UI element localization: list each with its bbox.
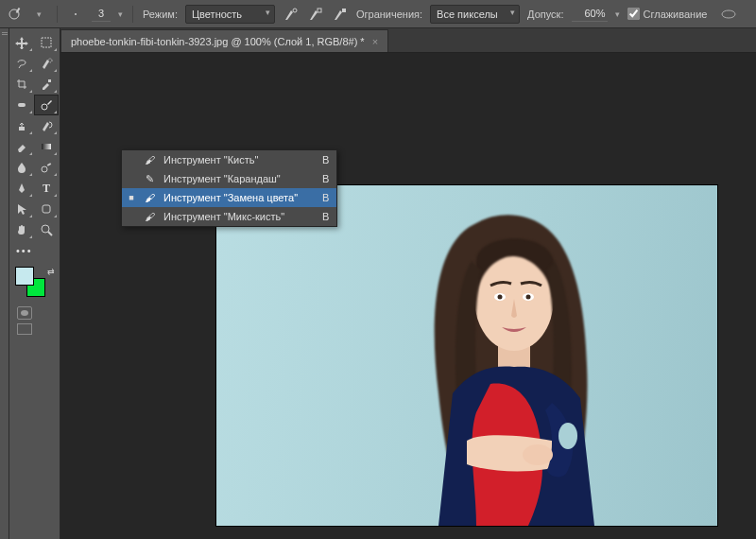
- antialias-label: Сглаживание: [644, 9, 708, 20]
- svg-point-3: [293, 9, 297, 12]
- svg-point-17: [42, 225, 49, 233]
- crop-tool[interactable]: [9, 74, 34, 95]
- sampling-swatch-icon[interactable]: [332, 6, 349, 23]
- limits-label: Ограничения:: [356, 9, 422, 20]
- svg-point-25: [558, 423, 577, 449]
- screen-mode-toggle[interactable]: [17, 323, 32, 335]
- brush-tool-flyout: 🖌 Инструмент "Кисть" B ✎ Инструмент "Кар…: [121, 149, 337, 227]
- svg-rect-13: [42, 144, 51, 149]
- svg-rect-12: [19, 127, 25, 130]
- history-brush-tool[interactable]: [34, 115, 59, 136]
- eraser-tool[interactable]: [9, 136, 34, 157]
- antialias-input[interactable]: [627, 8, 640, 20]
- chevron-down-icon[interactable]: ▾: [615, 9, 620, 19]
- flyout-item-key: B: [305, 173, 329, 184]
- more-tools[interactable]: •••: [9, 240, 59, 261]
- document-tab-bar: phoebe-tonkin-fibi-tonkin-3923.jpg @ 100…: [60, 28, 756, 53]
- flyout-item-key: B: [305, 211, 329, 222]
- pressure-size-icon[interactable]: [720, 6, 737, 23]
- svg-rect-9: [48, 79, 51, 82]
- document-area: phoebe-tonkin-fibi-tonkin-3923.jpg @ 100…: [60, 28, 756, 539]
- svg-point-22: [498, 295, 503, 300]
- svg-point-8: [48, 59, 52, 62]
- sampling-continuous-icon[interactable]: [283, 6, 300, 23]
- svg-rect-4: [318, 9, 321, 12]
- options-bar: ▾ ▾ Режим: Цветность Ограничения: Все пи…: [0, 0, 756, 28]
- pen-tool[interactable]: [9, 178, 34, 199]
- brush-icon: 🖌: [143, 154, 156, 165]
- marquee-tool[interactable]: [34, 32, 59, 53]
- svg-rect-16: [43, 205, 50, 213]
- svg-point-26: [523, 444, 553, 465]
- flyout-item-brush[interactable]: 🖌 Инструмент "Кисть" B: [122, 150, 336, 169]
- shape-tool[interactable]: [34, 199, 59, 219]
- document-tab-title: phoebe-tonkin-fibi-tonkin-3923.jpg @ 100…: [71, 36, 365, 47]
- quick-select-tool[interactable]: [34, 53, 59, 74]
- mixer-brush-icon: 🖌: [143, 211, 156, 222]
- active-marker: ■: [128, 193, 135, 202]
- color-swatches[interactable]: [15, 267, 49, 301]
- chevron-down-icon[interactable]: ▾: [118, 9, 123, 19]
- hand-tool[interactable]: [9, 219, 34, 240]
- close-tab-icon[interactable]: ×: [372, 36, 378, 47]
- flyout-item-mixer-brush[interactable]: 🖌 Инструмент "Микс-кисть" B: [122, 207, 336, 226]
- svg-rect-15: [47, 163, 51, 166]
- foreground-color-swatch[interactable]: [15, 267, 34, 286]
- lasso-tool[interactable]: [9, 53, 34, 74]
- chevron-down-icon[interactable]: ▾: [30, 6, 47, 23]
- svg-point-6: [722, 10, 735, 18]
- flyout-item-key: B: [305, 192, 329, 203]
- canvas[interactable]: [216, 185, 717, 526]
- canvas-image: [387, 204, 642, 526]
- gradient-tool[interactable]: [34, 136, 59, 157]
- flyout-item-color-replace[interactable]: ■ 🖌 Инструмент "Замена цвета" B: [122, 188, 336, 207]
- brush-size-input[interactable]: [92, 7, 111, 22]
- blur-tool[interactable]: [9, 157, 34, 178]
- svg-line-18: [48, 232, 52, 235]
- eyedropper-tool[interactable]: [34, 74, 59, 95]
- quick-mask-toggle[interactable]: [17, 306, 32, 320]
- current-tool-icon: [6, 6, 23, 23]
- move-tool[interactable]: [9, 32, 34, 53]
- antialias-checkbox[interactable]: Сглаживание: [627, 8, 708, 20]
- flyout-item-label: Инструмент "Кисть": [163, 154, 258, 165]
- dodge-tool[interactable]: [34, 157, 59, 178]
- tolerance-label: Допуск:: [527, 9, 563, 20]
- flyout-item-pencil[interactable]: ✎ Инструмент "Карандаш" B: [122, 169, 336, 188]
- brush-tool-group[interactable]: [34, 95, 59, 115]
- svg-rect-10: [18, 103, 26, 107]
- zoom-tool[interactable]: [34, 219, 59, 240]
- color-replace-icon: 🖌: [143, 192, 156, 203]
- swap-colors-icon[interactable]: [47, 267, 57, 276]
- healing-brush-tool[interactable]: [9, 95, 34, 115]
- type-tool[interactable]: T: [34, 178, 59, 199]
- collapsed-panel-dock[interactable]: [0, 28, 9, 539]
- flyout-item-label: Инструмент "Замена цвета": [163, 192, 298, 203]
- svg-point-2: [75, 13, 77, 15]
- svg-point-11: [42, 104, 47, 110]
- pencil-icon: ✎: [143, 173, 156, 185]
- svg-rect-7: [42, 38, 51, 47]
- flyout-item-key: B: [305, 154, 329, 165]
- brush-preview-icon[interactable]: [67, 6, 84, 23]
- svg-point-14: [42, 166, 47, 172]
- toolbox: T •••: [9, 28, 60, 539]
- svg-rect-5: [342, 9, 346, 12]
- limits-select[interactable]: Все пикселы: [430, 5, 520, 24]
- flyout-item-label: Инструмент "Карандаш": [163, 173, 281, 184]
- tolerance-input[interactable]: [572, 7, 608, 22]
- document-tab[interactable]: phoebe-tonkin-fibi-tonkin-3923.jpg @ 100…: [60, 29, 388, 52]
- clone-stamp-tool[interactable]: [9, 115, 34, 136]
- path-select-tool[interactable]: [9, 199, 34, 219]
- svg-point-24: [526, 295, 531, 300]
- flyout-item-label: Инструмент "Микс-кисть": [163, 211, 284, 222]
- blend-mode-select[interactable]: Цветность: [185, 5, 275, 24]
- sampling-once-icon[interactable]: [307, 6, 324, 23]
- mode-label: Режим:: [143, 9, 178, 20]
